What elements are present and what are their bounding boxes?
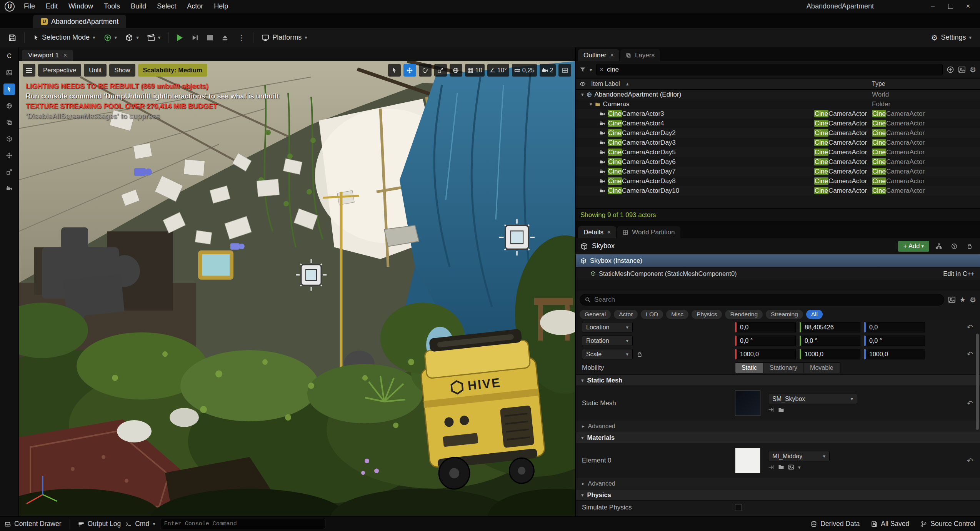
convert-blueprint-button[interactable] [933, 241, 945, 252]
grid-snap-button[interactable]: 10 [465, 64, 485, 77]
monitor-device[interactable] [198, 250, 233, 280]
static-mesh-thumbnail[interactable] [735, 391, 760, 416]
stop-button[interactable] [203, 31, 217, 45]
display-filter-icon[interactable] [948, 296, 956, 304]
help-button[interactable] [948, 241, 960, 252]
outliner-row-camera[interactable]: CineCameraActorDay3 CineCameraActor Cine… [576, 138, 980, 147]
chevron-down-icon[interactable]: ▾ [798, 465, 801, 470]
materials-advanced[interactable]: ▸ Advanced [576, 478, 980, 489]
mobility-static[interactable]: Static [735, 363, 763, 373]
location-z-field[interactable]: 0,0 [864, 322, 925, 332]
mode-camera-tool[interactable] [3, 183, 15, 194]
play-button[interactable] [173, 31, 187, 45]
close-icon[interactable]: × [63, 52, 67, 58]
rotation-z-field[interactable]: 0,0 ° [864, 336, 925, 346]
menu-edit[interactable]: Edit [40, 0, 63, 13]
outliner-row-camera[interactable]: CineCameraActorDay10 CineCameraActor Cin… [576, 186, 980, 195]
scale-snap-button[interactable]: 0,25 [512, 64, 537, 77]
scalability-badge[interactable]: Scalability: Medium [138, 64, 207, 77]
reset-static-mesh-icon[interactable]: ↶ [967, 399, 976, 408]
scale-tool-button[interactable] [434, 64, 447, 77]
scale-y-field[interactable]: 1000,0 [800, 349, 860, 359]
location-y-field[interactable]: 88,405426 [800, 322, 860, 332]
outliner-row-camera[interactable]: CineCameraActor4 CineCameraActor CineCam… [576, 119, 980, 128]
reset-scale-icon[interactable]: ↶ [967, 350, 976, 359]
play-options-menu[interactable]: ⋮ [233, 31, 249, 45]
close-icon[interactable]: × [610, 52, 614, 58]
tab-outliner[interactable]: Outliner × [578, 49, 619, 61]
level-tab[interactable]: U AbandonedApartment [33, 15, 126, 28]
camera-actor-sprite[interactable] [134, 168, 152, 176]
panel-splitter[interactable] [576, 221, 980, 224]
materials-section-header[interactable]: ▾ Materials [576, 432, 980, 443]
add-component-button[interactable]: + Add▾ [898, 241, 929, 252]
add-item-icon[interactable] [947, 66, 954, 73]
mobility-movable[interactable]: Movable [804, 363, 840, 373]
favorites-star-icon[interactable]: ★ [960, 296, 966, 304]
mode-active-tool[interactable] [3, 83, 15, 95]
source-control-button[interactable]: Source Control [921, 520, 975, 528]
outliner-search-input[interactable] [607, 66, 939, 73]
component-row-instance[interactable]: Skybox (Instance) [576, 254, 980, 267]
viewport-3d-scene[interactable]: HIVE [19, 61, 575, 516]
tab-world-partition[interactable]: World Partition [617, 226, 680, 238]
static-mesh-section-header[interactable]: ▾ Static Mesh [576, 374, 980, 386]
outliner-row-world[interactable]: ▾ AbandonedApartment (Editor) World [576, 90, 980, 99]
mode-scale-tool[interactable] [3, 166, 15, 178]
mobility-stationary[interactable]: Stationary [763, 363, 804, 373]
clear-search-icon[interactable]: × [600, 67, 603, 73]
perspective-dropdown[interactable]: Perspective [38, 64, 81, 77]
reset-material-icon[interactable]: ↶ [967, 456, 976, 465]
scale-dropdown[interactable]: Scale▾ [582, 349, 633, 359]
rotation-x-field[interactable]: 0,0 ° [735, 336, 796, 346]
viewport-tab[interactable]: Viewport 1 × [22, 50, 73, 61]
details-search-field[interactable] [580, 294, 944, 306]
chevron-down-icon[interactable]: ▾ [590, 67, 592, 72]
thumbnail-icon[interactable] [958, 66, 966, 73]
filter-chip-rendering[interactable]: Rendering [725, 310, 763, 319]
scale-z-field[interactable]: 1000,0 [864, 349, 925, 359]
outliner-row-camera[interactable]: CineCameraActorDay7 CineCameraActor Cine… [576, 167, 980, 176]
outliner-row-camera[interactable]: CineCameraActorDay8 CineCameraActor Cine… [576, 176, 980, 186]
content-drawer-button[interactable]: Content Drawer [5, 520, 62, 528]
outliner-row-camera[interactable]: CineCameraActor3 CineCameraActor CineCam… [576, 109, 980, 119]
menu-actor[interactable]: Actor [182, 0, 208, 13]
material-thumbnail[interactable] [735, 448, 760, 473]
filter-chip-lod[interactable]: LOD [641, 310, 663, 319]
outliner-row-folder[interactable]: ▾ Cameras Folder [576, 99, 980, 109]
unreal-logo-icon[interactable]: U [5, 2, 15, 12]
outliner-row-camera[interactable]: CineCameraActorDay6 CineCameraActor Cine… [576, 157, 980, 167]
use-selected-asset-icon[interactable] [768, 464, 774, 470]
filter-funnel-icon[interactable] [580, 67, 586, 73]
console-command-field[interactable] [160, 519, 325, 529]
view-mode-dropdown[interactable]: Unlit [84, 64, 107, 77]
gear-icon[interactable]: ⚙ [970, 296, 976, 304]
filter-chip-physics[interactable]: Physics [692, 310, 722, 319]
tab-details[interactable]: Details × [578, 226, 616, 238]
outliner-row-camera[interactable]: CineCameraActorDay2 CineCameraActor Cine… [576, 128, 980, 138]
filter-chip-misc[interactable]: Misc [666, 310, 688, 319]
cinematics-dropdown[interactable]: ▾ [143, 31, 165, 45]
reset-location-icon[interactable]: ↶ [967, 323, 976, 332]
expand-chevron-icon[interactable]: ▾ [590, 102, 592, 107]
filter-chip-all[interactable]: All [806, 310, 823, 319]
menu-tools[interactable]: Tools [98, 0, 125, 13]
close-icon[interactable]: × [607, 229, 611, 235]
lock-details-button[interactable] [964, 241, 975, 252]
static-mesh-asset-dropdown[interactable]: SM_Skybox▾ [768, 394, 857, 404]
translate-tool-button[interactable] [403, 64, 416, 77]
frame-skip-button[interactable] [187, 31, 203, 45]
mode-mesh-tool[interactable] [3, 133, 15, 145]
scale-x-field[interactable]: 1000,0 [735, 349, 796, 359]
minimize-button[interactable]: – [924, 0, 942, 13]
visibility-eye-icon[interactable] [580, 81, 586, 87]
location-x-field[interactable]: 0,0 [735, 322, 796, 332]
cmd-dropdown[interactable]: Cmd ▾ [125, 520, 155, 528]
filter-chip-streaming[interactable]: Streaming [766, 310, 803, 319]
mode-move-tool[interactable] [3, 150, 15, 161]
platforms-dropdown[interactable]: Platforms ▾ [258, 31, 311, 45]
type-column[interactable]: Type [872, 80, 885, 87]
location-dropdown[interactable]: Location▾ [582, 322, 633, 332]
filter-chip-general[interactable]: General [580, 310, 611, 319]
show-dropdown[interactable]: Show [109, 64, 135, 77]
